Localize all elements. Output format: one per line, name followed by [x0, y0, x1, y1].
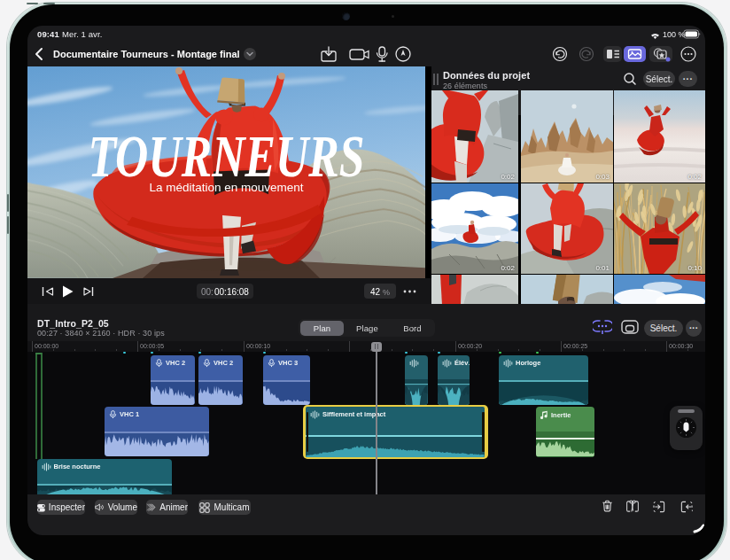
- svg-text:100 %: 100 %: [663, 30, 686, 39]
- svg-text:Documentaire Tourneurs - Monta: Documentaire Tourneurs - Montage final: [53, 49, 240, 59]
- svg-text:00:: 00:: [201, 287, 214, 297]
- svg-text:%: %: [383, 288, 390, 297]
- svg-text:42: 42: [370, 287, 381, 297]
- svg-text:00:16:08: 00:16:08: [214, 287, 249, 297]
